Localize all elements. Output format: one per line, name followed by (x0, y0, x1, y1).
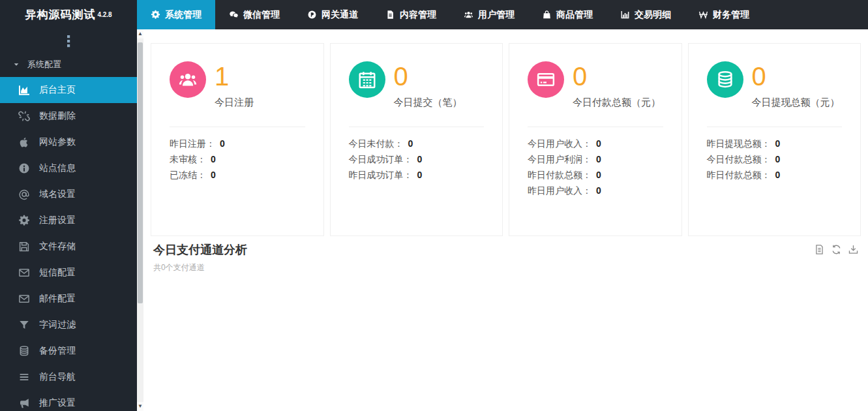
nav-tab-label: 系统管理 (165, 9, 202, 21)
sidebar-item-label: 短信配置 (39, 267, 76, 279)
nav-tab-system[interactable]: 系统管理 (137, 0, 215, 29)
sidebar-item-home[interactable]: 后台主页 (0, 77, 137, 103)
chain-broken-icon (17, 110, 31, 122)
gear-icon (151, 10, 160, 20)
stat-rows: 今日用户收入：0今日用户利润：0昨日付款总额：0昨日用户收入：0 (528, 136, 663, 198)
envelope-icon (17, 293, 31, 305)
stat-row: 今日用户利润：0 (528, 151, 663, 167)
sidebar-item-promotion[interactable]: 推广设置 (0, 390, 137, 411)
stat-row-value: 0 (417, 154, 423, 164)
stat-row-label: 今日用户利润： (528, 154, 591, 164)
p-circle-icon (307, 10, 317, 20)
app-logo: 异构源码测试 4.2.8 (0, 0, 137, 29)
main-content: 1今日注册昨日注册：0未审核：0已冻结：00今日提交（笔）今日未付款：0今日成功… (143, 29, 868, 273)
scrollbar-thumb[interactable] (138, 42, 143, 303)
credit-card-icon (528, 61, 564, 98)
stat-label: 今日提现总额（元） (752, 97, 840, 109)
sidebar-item-register[interactable]: 注册设置 (0, 207, 137, 234)
content-scrollbar[interactable]: ▲ ▼ (137, 29, 143, 411)
tool-refresh-button[interactable] (831, 244, 842, 255)
sidebar-section-label: 系统配置 (27, 59, 61, 70)
sidebar-item-word-filter[interactable]: 字词过滤 (0, 312, 137, 338)
stat-value: 0 (752, 61, 840, 91)
nav-tab-label: 微信管理 (243, 9, 280, 21)
stat-label: 今日注册 (215, 97, 254, 109)
sidebar-item-data-delete[interactable]: 数据删除 (0, 103, 137, 129)
stat-row-value: 0 (596, 138, 601, 149)
sidebar-item-site-info[interactable]: 站点信息 (0, 155, 137, 181)
info-icon (17, 162, 31, 174)
stat-row: 今日成功订单：0 (349, 151, 485, 167)
sidebar-item-mail[interactable]: 邮件配置 (0, 286, 137, 312)
envelope-icon (17, 267, 31, 279)
sidebar-item-label: 推广设置 (39, 397, 76, 409)
panel-subtitle: 共0个支付通道 (153, 262, 247, 273)
sidebar-collapse-button[interactable] (0, 29, 137, 52)
stat-row-value: 0 (775, 154, 781, 164)
sidebar-item-label: 网站参数 (39, 136, 76, 148)
stat-card-top: 0今日提现总额（元） (707, 61, 843, 109)
sidebar-item-label: 备份管理 (39, 345, 76, 357)
stat-label: 今日提交（笔） (394, 97, 462, 109)
divider (349, 127, 485, 127)
sidebar-item-front-nav[interactable]: 前台导航 (0, 364, 137, 390)
tool-data-view-button[interactable] (814, 244, 825, 255)
sidebar-menu: 后台主页数据删除网站参数站点信息域名设置注册设置文件存储短信配置邮件配置字词过滤… (0, 77, 137, 411)
stat-value: 0 (573, 61, 661, 91)
stat-rows: 昨日提现总额：0今日付款总额：0昨日付款总额：0 (707, 136, 843, 183)
divider (528, 127, 663, 127)
bars-icon (17, 371, 31, 383)
top-nav: 系统管理微信管理网关通道内容管理用户管理商品管理交易明细财务管理 (137, 0, 868, 29)
scrollbar-up-arrow[interactable]: ▲ (137, 29, 143, 38)
stat-row-label: 今日付款总额： (707, 154, 771, 164)
nav-tab-finance[interactable]: 财务管理 (685, 0, 763, 29)
sidebar-item-file-storage[interactable]: 文件存储 (0, 234, 137, 260)
sidebar-item-domain[interactable]: 域名设置 (0, 181, 137, 207)
wechat-icon (229, 10, 239, 20)
stat-cards: 1今日注册昨日注册：0未审核：0已冻结：00今日提交（笔）今日未付款：0今日成功… (143, 29, 868, 236)
stat-row-value: 0 (211, 154, 216, 164)
stat-row-label: 今日成功订单： (349, 154, 413, 164)
panel-title: 今日支付通道分析 (153, 242, 247, 258)
divider (170, 127, 305, 127)
stat-row-label: 昨日付款总额： (528, 170, 591, 180)
stat-rows: 今日未付款：0今日成功订单：0昨日成功订单：0 (349, 136, 485, 183)
at-icon (17, 189, 31, 200)
stat-row-value: 0 (596, 154, 601, 164)
sidebar-section-system-config[interactable]: 系统配置 (0, 52, 137, 77)
nav-tab-goods[interactable]: 商品管理 (528, 0, 606, 29)
nav-tab-content[interactable]: 内容管理 (372, 0, 450, 29)
nav-tab-gateway[interactable]: 网关通道 (293, 0, 372, 29)
area-chart-icon (17, 84, 31, 96)
sidebar: 异构源码测试 4.2.8 系统配置 后台主页数据删除网站参数站点信息域名设置注册… (0, 0, 137, 411)
sidebar-item-label: 后台主页 (39, 84, 76, 96)
stat-row-label: 昨日注册： (170, 138, 215, 149)
nav-tab-wechat[interactable]: 微信管理 (215, 0, 293, 29)
save-icon (17, 241, 31, 252)
users-icon (170, 61, 206, 98)
stat-value: 1 (215, 61, 254, 91)
nav-tab-label: 用户管理 (478, 9, 515, 21)
stat-row-label: 昨日付款总额： (707, 170, 771, 180)
tool-download-button[interactable] (848, 244, 859, 255)
sidebar-item-backup[interactable]: 备份管理 (0, 338, 137, 364)
nav-tab-transactions[interactable]: 交易明细 (606, 0, 685, 29)
stat-row: 今日用户收入：0 (528, 136, 663, 151)
scrollbar-down-arrow[interactable]: ▼ (137, 402, 143, 411)
stat-row-label: 今日用户收入： (528, 138, 591, 149)
sidebar-item-sms[interactable]: 短信配置 (0, 260, 137, 286)
stat-row: 昨日用户收入：0 (528, 183, 663, 198)
filter-icon (17, 319, 31, 331)
app-title: 异构源码测试 (25, 7, 95, 22)
refresh-icon (831, 244, 842, 255)
stat-row: 昨日成功订单：0 (349, 167, 485, 183)
caret-down-icon (13, 61, 20, 68)
chart-bar-icon (620, 10, 630, 20)
sidebar-item-label: 站点信息 (39, 162, 76, 174)
panel-toolbox (814, 242, 859, 255)
sidebar-item-label: 域名设置 (39, 189, 76, 200)
sidebar-item-site-params[interactable]: 网站参数 (0, 129, 137, 155)
stat-row-label: 昨日提现总额： (707, 138, 771, 149)
app-version: 4.2.8 (97, 11, 112, 18)
nav-tab-users[interactable]: 用户管理 (450, 0, 528, 29)
